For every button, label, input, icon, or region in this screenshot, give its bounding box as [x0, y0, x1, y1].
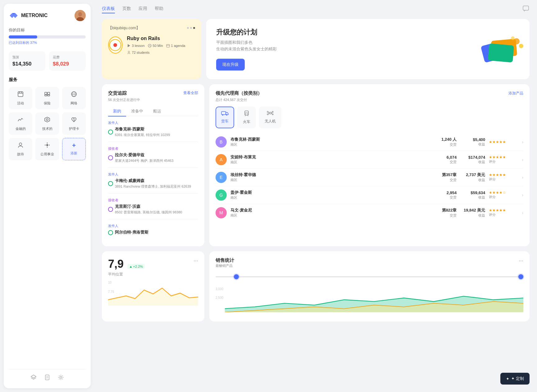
service-guest[interactable]: 故待	[9, 138, 32, 160]
agent-trans-label-0: 交货	[438, 142, 457, 147]
stats-big-number: 7,9	[108, 258, 124, 270]
service-nursing[interactable]: 护理卡	[62, 112, 86, 135]
guest-icon	[17, 142, 24, 150]
service-activity[interactable]: 活动	[9, 87, 32, 109]
user-avatar[interactable]	[75, 10, 86, 21]
stats-value-row: 7,9 ▲ +2.2%	[108, 258, 145, 271]
agent-row-0: B 布鲁克林·西蒙斯 南区 1,240 人 交货 $5,400 收益 ★★★★	[216, 133, 523, 151]
slider-handle-right[interactable]	[518, 274, 523, 279]
layers-icon[interactable]	[30, 374, 37, 382]
svg-point-49	[247, 113, 248, 114]
tab-shipping[interactable]: 船运	[148, 107, 166, 116]
agent-money-3: $59,634 收益	[460, 190, 485, 200]
sales-y-2500: 2,500	[216, 296, 223, 299]
course-duration: 50 Min	[148, 44, 163, 48]
agent-revenue-0: $5,400	[460, 137, 485, 142]
customize-label: ✦ 定制	[511, 376, 524, 381]
course-thumb	[108, 36, 123, 54]
sales-dots-menu[interactable]: ···	[519, 258, 523, 264]
add-product-button[interactable]: 添加产品	[508, 91, 523, 96]
agent-name-3: 盖伊·霍金斯	[230, 190, 434, 195]
delivery-name-0: 布鲁克林·西蒙斯	[115, 126, 170, 132]
agent-rev-label-4: 收益	[460, 213, 485, 218]
file-icon[interactable]	[44, 374, 50, 382]
agent-arrow-0[interactable]: ›	[522, 139, 523, 144]
agent-tab-drone[interactable]: 无人机	[259, 107, 281, 128]
nav-dashboard[interactable]: 仪表板	[102, 6, 115, 13]
agent-region-3: 南区	[230, 195, 434, 200]
insurance-icon	[44, 91, 51, 99]
agent-tab-train[interactable]: 火车	[237, 107, 256, 128]
service-network[interactable]: 网络	[62, 87, 86, 109]
upgrade-button[interactable]: 现在升级	[216, 59, 245, 71]
customize-button[interactable]: ✦ ✦ 定制	[500, 373, 530, 385]
course-card-header: 【biqubiqu.com】	[108, 25, 195, 31]
sales-card: 销售统计 最畅销产品 ··· 3,000 2,500	[209, 251, 530, 321]
delivery-tabs: 新的 准备中 船运	[108, 107, 198, 116]
sidebar-footer	[9, 369, 86, 382]
tab-new[interactable]: 新的	[108, 107, 126, 116]
agents-header: 领先代理商（按类别） 添加产品	[216, 90, 523, 96]
agent-row-2: E 埃丝特·霍华德 南区 第357章 交货 2,737 美元 收益 ★★★★★	[216, 169, 523, 186]
delivery-addr-1: 星家大道2464号 梅萨, 新泽西州 45463	[115, 158, 173, 163]
slider-handle-left[interactable]	[234, 274, 239, 279]
service-public[interactable]: 公用事业	[35, 138, 59, 160]
nav-apps[interactable]: 应用	[139, 6, 147, 13]
agent-row-1: A 安妮特·布莱克 南区 6,074 交货 $174,074 收益 ★★★★★	[216, 151, 523, 169]
agent-tab-truck[interactable]: 货车	[216, 107, 234, 128]
course-dots	[187, 27, 195, 29]
delivery-addr-2: 3891 Ranchview 理查森博士, 加利福尼亚州 62639	[115, 184, 191, 189]
chat-icon[interactable]	[522, 5, 530, 14]
progress-bar-fill	[9, 35, 37, 39]
agent-region-1: 南区	[230, 160, 434, 165]
svg-rect-34	[166, 44, 170, 47]
agent-transactions-1: 6,074	[438, 155, 457, 160]
service-tech[interactable]: 技术的	[35, 112, 59, 135]
svg-rect-39	[488, 43, 514, 62]
stats-dots-menu[interactable]: ···	[193, 258, 198, 264]
delivery-icon-0	[108, 130, 113, 134]
svg-rect-8	[48, 92, 50, 94]
nav-help[interactable]: 帮助	[155, 6, 163, 13]
row-1: 【biqubiqu.com】 Ruby on Rails	[102, 19, 530, 79]
agent-name-4: 马文·麦金尼	[230, 207, 434, 213]
slider-track	[216, 276, 523, 277]
settings-icon[interactable]	[58, 374, 64, 382]
delivery-name-1: 拉尔夫·爱德华兹	[115, 152, 173, 158]
agent-region-4: 南区	[230, 213, 434, 218]
service-guest-label: 故待	[17, 152, 24, 157]
stats-card: 7,9 ▲ +2.2% 平均位置 ··· 10 7.75	[102, 251, 204, 321]
agent-region-0: 南区	[230, 142, 434, 147]
sales-chart-area: 3,000 2,500	[216, 287, 523, 315]
agent-revenue-4: 19,842 美元	[460, 207, 485, 213]
svg-point-26	[60, 376, 62, 378]
agent-info-1: 安妮特·布莱克 南区	[230, 154, 434, 165]
upgrade-illustration	[476, 34, 520, 65]
nursing-icon	[71, 116, 77, 125]
svg-point-42	[511, 36, 515, 40]
agent-arrow-1[interactable]: ›	[522, 157, 523, 162]
nav-pages[interactable]: 页数	[122, 6, 131, 13]
tab-preparing[interactable]: 准备中	[126, 107, 148, 116]
agent-avatar-2: E	[216, 172, 227, 183]
delivery-link[interactable]: 查看全部	[183, 90, 198, 96]
agent-avatar-0: B	[216, 136, 227, 148]
service-finance[interactable]: 金融的	[9, 112, 32, 135]
goal-section: 你的目标 已达到目标的 37%	[9, 27, 86, 45]
agent-stars-2: ★★★★★ 评分	[489, 173, 517, 182]
expense-label: 花费	[53, 55, 82, 60]
logo-text: METRONIC	[21, 13, 48, 18]
agent-arrow-3[interactable]: ›	[522, 193, 523, 198]
agent-stars-0: ★★★★★	[489, 140, 517, 144]
row-2: 交货追踪 查看全部 56 次交付正在进行中 新的 准备中 船运 发件人	[102, 84, 530, 247]
agent-money-4: 19,842 美元 收益	[460, 207, 485, 218]
agent-arrow-4[interactable]: ›	[522, 210, 523, 215]
agent-stat-2: 第357章 交货	[438, 172, 457, 182]
service-insurance[interactable]: 保险	[35, 87, 59, 109]
svg-rect-3	[18, 92, 23, 97]
service-public-label: 公用事业	[40, 152, 54, 157]
delivery-role-0: 发件人	[108, 121, 198, 125]
agent-arrow-2[interactable]: ›	[522, 175, 523, 180]
service-add[interactable]: + 添新	[62, 138, 86, 160]
service-network-label: 网络	[71, 101, 77, 106]
